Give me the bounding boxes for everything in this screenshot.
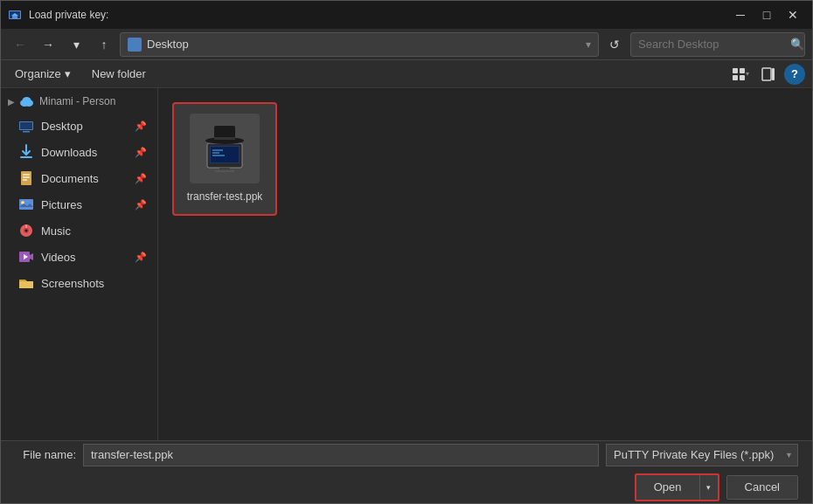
sidebar-item-videos[interactable]: Videos 📌: [1, 244, 157, 270]
filetype-wrapper: PuTTY Private Key Files (*.ppk) All File…: [606, 444, 798, 466]
filename-input[interactable]: [83, 444, 599, 466]
sidebar-downloads-pin: 📌: [135, 147, 147, 158]
grid-view-icon: [732, 67, 746, 81]
music-icon: [18, 223, 34, 238]
svg-rect-5: [733, 75, 738, 80]
forward-button[interactable]: →: [36, 32, 60, 57]
title-bar: Load private key: ─ □ ✕: [1, 1, 812, 29]
documents-icon: [18, 170, 34, 186]
pictures-icon: [18, 197, 34, 212]
svg-rect-2: [12, 16, 17, 18]
sidebar-pictures-pin: 📌: [135, 199, 147, 211]
svg-rect-14: [23, 131, 30, 133]
svg-rect-25: [25, 224, 27, 228]
sidebar-desktop-pin: 📌: [135, 121, 147, 132]
main-content: ▶ Minami - Person: [1, 88, 812, 440]
sidebar-item-desktop[interactable]: Desktop 📌: [1, 113, 157, 139]
address-chevron-icon[interactable]: ▾: [586, 38, 591, 51]
sidebar-section-cloud: ▶ Minami - Person: [1, 92, 157, 111]
address-bar[interactable]: Desktop ▾: [120, 32, 599, 57]
sidebar-downloads-label: Downloads: [41, 146, 128, 159]
sidebar-documents-label: Documents: [41, 172, 128, 185]
view-dropdown-icon[interactable]: ▾: [746, 70, 749, 78]
sidebar-screenshots-label: Screenshots: [41, 277, 147, 290]
svg-rect-3: [733, 68, 738, 73]
pane-icon: [761, 67, 775, 81]
open-button[interactable]: Open: [636, 475, 700, 500]
videos-icon: [18, 249, 34, 265]
buttons-row: Open ▾ Cancel: [15, 473, 798, 501]
file-name-label: transfer-test.ppk: [187, 190, 263, 204]
sidebar-item-documents[interactable]: Documents 📌: [1, 165, 157, 191]
svg-rect-16: [21, 171, 31, 185]
view-large-icon-button[interactable]: ▾: [728, 64, 753, 85]
sidebar-item-screenshots[interactable]: Screenshots: [1, 270, 157, 296]
downloads-icon: [18, 144, 34, 160]
sidebar-pictures-label: Pictures: [41, 198, 128, 211]
organize-chevron-icon: ▾: [65, 67, 71, 80]
svg-rect-30: [211, 147, 239, 162]
view-controls: ▾ ?: [728, 64, 805, 85]
file-item-ppk[interactable]: transfer-test.ppk: [172, 102, 277, 216]
bottom-bar: File name: PuTTY Private Key Files (*.pp…: [1, 440, 812, 503]
cancel-button[interactable]: Cancel: [726, 475, 798, 500]
back-button[interactable]: ←: [8, 32, 32, 57]
minimize-button[interactable]: ─: [728, 6, 753, 24]
svg-rect-20: [19, 199, 33, 210]
title-bar-text: Load private key:: [29, 9, 721, 21]
refresh-button[interactable]: ↺: [602, 32, 627, 57]
filename-label: File name:: [15, 448, 76, 461]
action-bar: Organize ▾ New folder ▾: [1, 60, 812, 88]
screenshots-folder-icon: [18, 275, 34, 291]
navigation-toolbar: ← → ▾ ↑ Desktop ▾ ↺ 🔍: [1, 29, 812, 60]
cloud-icon: [18, 95, 36, 107]
svg-point-24: [25, 230, 28, 232]
address-text: Desktop: [147, 38, 189, 51]
sidebar-item-music[interactable]: Music: [1, 217, 157, 244]
sidebar-expand-icon: ▶: [8, 97, 15, 107]
sidebar-item-pictures[interactable]: Pictures 📌: [1, 191, 157, 217]
filetype-select[interactable]: PuTTY Private Key Files (*.ppk) All File…: [606, 444, 798, 466]
title-bar-icon: [8, 8, 22, 22]
svg-rect-27: [19, 281, 33, 288]
dropdown-button[interactable]: ▾: [64, 32, 88, 57]
sidebar-videos-pin: 📌: [135, 252, 147, 263]
open-button-group: Open ▾: [635, 473, 719, 501]
filename-row: File name: PuTTY Private Key Files (*.pp…: [15, 444, 798, 466]
desktop-icon: [18, 118, 34, 134]
sidebar: ▶ Minami - Person: [1, 88, 158, 440]
svg-rect-4: [740, 68, 745, 73]
sidebar-cloud-label: Minami - Person: [39, 95, 115, 107]
svg-rect-15: [20, 156, 32, 158]
maximize-button[interactable]: □: [754, 6, 779, 24]
close-button[interactable]: ✕: [781, 6, 805, 24]
svg-rect-35: [214, 137, 235, 140]
search-bar: 🔍: [630, 32, 805, 57]
sidebar-item-downloads[interactable]: Downloads 📌: [1, 139, 157, 165]
file-icon-container: [190, 114, 260, 183]
svg-rect-13: [20, 122, 32, 129]
address-folder-icon: [128, 38, 142, 52]
open-dropdown-arrow[interactable]: ▾: [700, 475, 718, 500]
svg-rect-7: [762, 68, 771, 80]
new-folder-button[interactable]: New folder: [85, 65, 153, 83]
svg-rect-8: [772, 68, 775, 80]
svg-rect-32: [215, 170, 234, 172]
details-pane-button[interactable]: [756, 64, 781, 85]
sidebar-desktop-label: Desktop: [41, 120, 128, 133]
sidebar-videos-label: Videos: [41, 251, 128, 264]
dialog-window: Load private key: ─ □ ✕ ← → ▾ ↑ Desktop …: [0, 0, 813, 504]
up-button[interactable]: ↑: [92, 32, 116, 57]
title-bar-controls: ─ □ ✕: [728, 6, 805, 24]
svg-point-11: [23, 97, 31, 104]
sidebar-section-header[interactable]: ▶ Minami - Person: [1, 92, 157, 111]
search-input[interactable]: [638, 38, 785, 51]
putty-file-icon: [200, 124, 249, 173]
organize-button[interactable]: Organize ▾: [8, 65, 78, 83]
sidebar-documents-pin: 📌: [135, 173, 147, 184]
file-area[interactable]: transfer-test.ppk: [158, 88, 812, 440]
sidebar-music-label: Music: [41, 224, 147, 238]
help-button[interactable]: ?: [784, 64, 805, 85]
search-icon: 🔍: [790, 38, 804, 51]
svg-rect-6: [740, 75, 745, 80]
